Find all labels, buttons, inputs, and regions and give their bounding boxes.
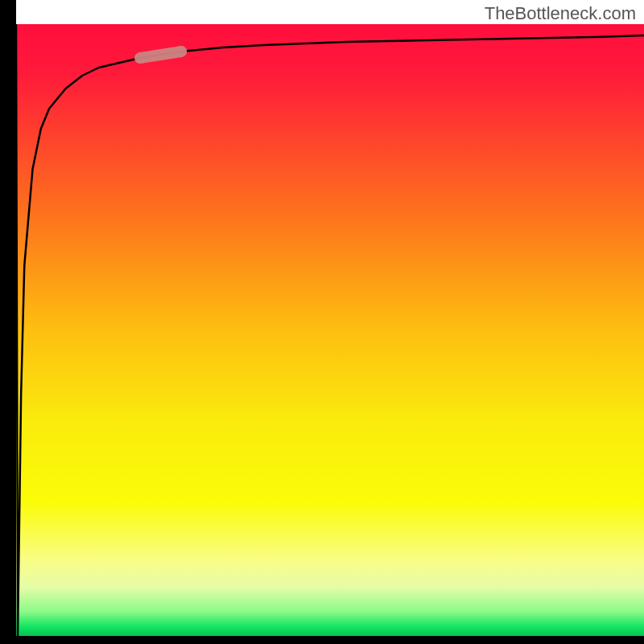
bottom-margin: [0, 636, 644, 644]
highlight-segment: [140, 52, 181, 58]
gradient-background: [0, 24, 644, 636]
chart-canvas: [0, 0, 644, 644]
bottleneck-chart: TheBottleneck.com: [0, 0, 644, 644]
watermark-text: TheBottleneck.com: [485, 3, 636, 24]
left-margin: [0, 0, 16, 644]
